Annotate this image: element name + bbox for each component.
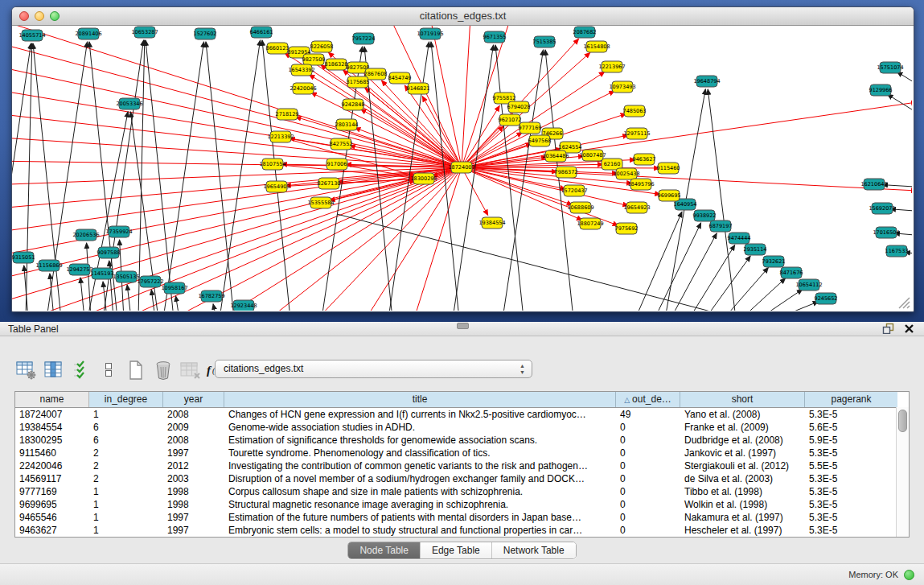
network-node[interactable]: 16154808: [583, 41, 610, 52]
close-panel-icon[interactable]: [904, 323, 914, 337]
network-node[interactable]: 7957224: [352, 33, 376, 44]
table-cell[interactable]: 22420046: [15, 459, 89, 472]
network-node[interactable]: 17016504: [873, 227, 899, 238]
network-node[interactable]: 6466161: [250, 27, 273, 38]
network-node[interactable]: 16543392: [288, 64, 314, 76]
table-cell[interactable]: 6: [89, 434, 163, 447]
network-node[interactable]: 10654112: [795, 279, 822, 290]
network-node[interactable]: 22420046: [290, 83, 316, 94]
network-node[interactable]: 9777169: [519, 122, 542, 134]
network-node[interactable]: 10807487: [579, 150, 606, 161]
close-window-button[interactable]: [19, 11, 29, 21]
network-node[interactable]: 9097588: [97, 247, 121, 258]
network-node[interactable]: 8186328: [325, 59, 348, 70]
modify-table-icon[interactable]: [14, 360, 39, 381]
table-row[interactable]: 2242004622012Investigating the contribut…: [15, 459, 909, 472]
new-document-icon[interactable]: [124, 360, 148, 381]
network-node[interactable]: 10973493: [609, 81, 635, 93]
table-cell[interactable]: 9463627: [15, 524, 89, 537]
table-cell[interactable]: 1: [89, 498, 163, 511]
tab-node-table[interactable]: Node Table: [348, 542, 421, 558]
table-cell[interactable]: 18724007: [15, 408, 89, 421]
table-row[interactable]: 946362711997Embryonic stem cells: a mode…: [15, 524, 909, 537]
network-node[interactable]: 8267130: [318, 178, 341, 189]
table-cell[interactable]: 2: [89, 459, 163, 472]
table-cell[interactable]: 1998: [163, 498, 224, 511]
table-cell[interactable]: 1997: [163, 511, 224, 524]
table-row[interactable]: 1830029562008Estimation of significance …: [15, 434, 909, 447]
network-node[interactable]: 9115460: [657, 163, 680, 174]
table-cell[interactable]: Investigating the contribution of common…: [224, 459, 616, 472]
table-row[interactable]: 911546021997Tourette syndrome. Phenomeno…: [15, 447, 909, 459]
table-cell[interactable]: Jankovic et al. (1997): [680, 447, 805, 459]
network-node[interactable]: 2718129: [276, 109, 299, 120]
network-canvas[interactable]: 1405571420891406106532871527602646616179…: [12, 26, 912, 311]
table-cell[interactable]: de Silva et al. (2003): [680, 472, 805, 485]
table-cell[interactable]: 2008: [163, 434, 224, 447]
memory-status-icon[interactable]: [904, 570, 914, 580]
table-cell[interactable]: Tibbo et al. (1998): [680, 485, 805, 498]
table-cell[interactable]: 6: [89, 421, 163, 434]
network-node[interactable]: 7515385: [533, 36, 556, 47]
network-node[interactable]: 9242848: [342, 99, 365, 110]
network-node[interactable]: 12923448: [230, 300, 257, 311]
network-node[interactable]: 1527602: [194, 28, 217, 39]
table-cell[interactable]: 49: [616, 408, 680, 421]
table-cell[interactable]: Estimation of the future numbers of pati…: [224, 511, 616, 524]
network-node[interactable]: 19648794: [693, 76, 720, 87]
network-node[interactable]: 19654903: [263, 181, 290, 192]
table-cell[interactable]: 9115460: [15, 447, 89, 459]
network-node[interactable]: 8427552: [330, 138, 353, 150]
network-node[interactable]: 15751074: [877, 62, 903, 73]
network-node[interactable]: 7986372: [555, 167, 578, 178]
network-node[interactable]: 16210643: [860, 179, 887, 190]
table-cell[interactable]: Nakamura et al. (1997): [680, 511, 805, 524]
table-cell[interactable]: 9465546: [15, 511, 89, 524]
table-cell[interactable]: 1997: [163, 447, 224, 459]
network-node[interactable]: 8226058: [310, 41, 334, 52]
network-node[interactable]: 2935114: [744, 244, 767, 255]
table-cell[interactable]: 0: [616, 447, 680, 459]
table-cell[interactable]: 9699695: [15, 498, 89, 511]
table-cell[interactable]: Genome-wide association studies in ADHD.: [224, 421, 616, 434]
table-cell[interactable]: 2: [89, 472, 163, 485]
table-cell[interactable]: Disruption of a novel member of a sodium…: [224, 472, 616, 485]
network-node[interactable]: 2803144: [335, 119, 359, 130]
network-node[interactable]: 1167533: [885, 245, 909, 257]
select-all-icon[interactable]: [69, 360, 93, 381]
network-node[interactable]: 15355584: [307, 197, 334, 208]
network-node[interactable]: 6497568: [528, 135, 552, 146]
network-node[interactable]: 8660123: [266, 43, 290, 54]
network-node[interactable]: 20891406: [75, 28, 101, 39]
network-node[interactable]: 17957222: [137, 276, 163, 287]
table-cell[interactable]: 14569117: [15, 472, 89, 485]
table-cell[interactable]: Corpus callosum shape and size in male p…: [224, 485, 616, 498]
minimize-window-button[interactable]: [35, 11, 44, 21]
table-cell[interactable]: 2: [89, 447, 163, 459]
table-cell[interactable]: Estimation of significance thresholds fo…: [224, 434, 616, 447]
network-node[interactable]: 9463627: [633, 154, 656, 165]
network-node[interactable]: 12213392: [267, 131, 294, 142]
network-node[interactable]: 10719195: [417, 28, 443, 39]
network-node[interactable]: 20206536: [72, 229, 99, 241]
table-cell[interactable]: Tourette syndrome. Phenomenology and cla…: [224, 447, 616, 459]
vertical-scrollbar[interactable]: [896, 407, 909, 537]
table-row[interactable]: 969969511998Structural magnetic resonanc…: [15, 498, 909, 511]
network-node[interactable]: 17359924: [105, 226, 132, 237]
table-cell[interactable]: 5.3E-5: [805, 447, 897, 459]
table-cell[interactable]: 0: [616, 472, 680, 485]
network-node[interactable]: 7975692: [615, 223, 639, 234]
table-cell[interactable]: 0: [616, 511, 680, 524]
table-cell[interactable]: 1: [89, 511, 163, 524]
tab-edge-table[interactable]: Edge Table: [421, 542, 492, 558]
column-header-in-degree[interactable]: in_degree: [89, 392, 163, 407]
zoom-window-button[interactable]: [50, 11, 60, 21]
table-row[interactable]: 1872400712008Changes of HCN gene express…: [15, 408, 909, 421]
table-cell[interactable]: Changes of HCN gene expression and I(f) …: [224, 408, 616, 421]
table-cell[interactable]: 2008: [163, 408, 224, 421]
column-header-short[interactable]: short: [680, 392, 805, 407]
show-columns-icon[interactable]: [42, 360, 66, 381]
network-node[interactable]: 12213967: [598, 61, 625, 72]
table-cell[interactable]: Franke et al. (2009): [680, 421, 805, 434]
network-node[interactable]: 9938922: [693, 210, 717, 221]
